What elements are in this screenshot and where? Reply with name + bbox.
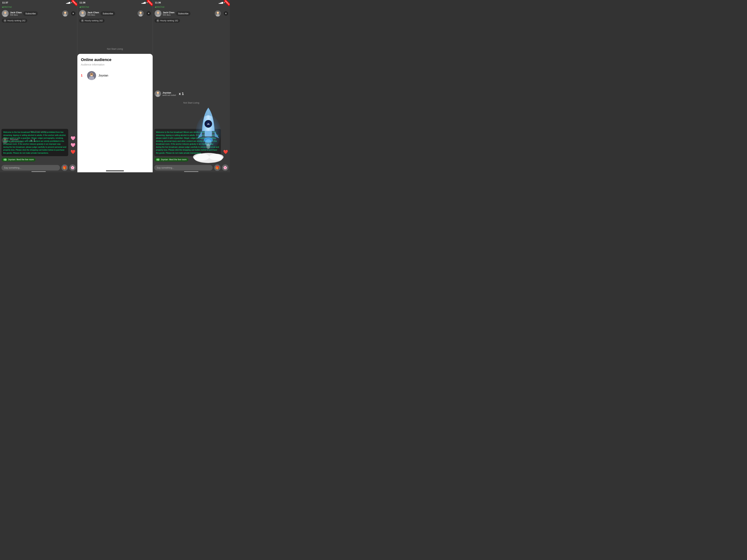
svg-point-40 bbox=[206, 143, 210, 149]
svg-point-5 bbox=[64, 12, 66, 14]
gift-username-right: Joyxian bbox=[162, 91, 176, 94]
online-audience-modal: Online audience Audience information 1 J… bbox=[77, 54, 153, 172]
time-right: 11:36 bbox=[155, 1, 161, 4]
ranking-bar-right: ● Hourly ranking 162 bbox=[153, 18, 230, 23]
signal-icon-right: ▂▄▆ bbox=[219, 1, 223, 4]
not-start-label-middle: Not Start Living bbox=[107, 48, 123, 50]
host-avatar-middle bbox=[79, 10, 86, 17]
wechat-label-middle: WeChat bbox=[81, 6, 89, 8]
liked-msg-right: +1 Joyxian: liked the live room bbox=[154, 158, 188, 162]
gift-action-right: send out rocket bbox=[162, 94, 176, 96]
heart2-left: 🩷 bbox=[71, 143, 75, 148]
svg-text:iA: iA bbox=[207, 123, 210, 126]
wechat-back-middle[interactable]: ◀ WeChat bbox=[79, 6, 89, 8]
ranking-icon-middle: ● bbox=[81, 19, 84, 22]
ranking-label-middle: Hourly ranking 162 bbox=[85, 19, 103, 22]
modal-home-indicator bbox=[106, 170, 124, 171]
liked-badge-right: +1 bbox=[156, 159, 160, 161]
host-avatar-right bbox=[155, 10, 161, 17]
svg-point-25 bbox=[217, 12, 219, 14]
svg-point-31 bbox=[193, 154, 209, 161]
bottom-bar-right: Say something... 🎁 🌸 bbox=[154, 164, 229, 171]
gift-btn-right[interactable]: 🎁 bbox=[214, 164, 221, 171]
hearts-left: 🩷 🩷 ❤️ bbox=[71, 136, 75, 154]
back-icon-left: ◀ bbox=[2, 6, 3, 8]
time-middle: 11:36 bbox=[80, 1, 85, 4]
ranking-pill-right[interactable]: ● Hourly ranking 162 bbox=[155, 19, 180, 23]
liked-text-right: Joyxian: liked the live room bbox=[161, 158, 186, 161]
close-btn-right[interactable]: ✕ bbox=[224, 11, 228, 16]
modal-title: Online audience bbox=[81, 57, 149, 62]
host-name-right: Jack Chen bbox=[163, 11, 175, 14]
close-btn-left[interactable]: ✕ bbox=[71, 11, 75, 16]
back-icon-right: ◀ bbox=[155, 6, 156, 8]
audience-avatar-1 bbox=[87, 71, 96, 80]
heart1-left: 🩷 bbox=[71, 136, 75, 141]
ranking-bar-middle: ● Hourly ranking 162 bbox=[77, 18, 153, 23]
liked-msg-left: +1 Joyxian: liked the live room bbox=[1, 158, 35, 162]
wechat-nav-middle: ◀ WeChat bbox=[77, 5, 153, 9]
ranking-pill-left[interactable]: ● Hourly ranking 162 bbox=[2, 19, 27, 23]
gift-user-avatar-right bbox=[155, 90, 161, 97]
ranking-bar-left: ● Hourly ranking 162 bbox=[0, 18, 77, 23]
viewer-avatar-left bbox=[62, 10, 68, 17]
right-screen: DEBUG 11:36 ▂▄▆ ▾ 🔋 ◀ WeChat Jack Chen 5 bbox=[153, 0, 230, 172]
middle-dark-top: 11:36 ▂▄▆ ▾ 🔋 ◀ WeChat bbox=[77, 0, 153, 54]
wechat-nav-right: ◀ WeChat bbox=[153, 5, 230, 9]
svg-point-32 bbox=[209, 154, 224, 160]
host-likes-right: 555 likes bbox=[163, 14, 175, 16]
gift-btn-left[interactable]: 🎁 bbox=[61, 164, 68, 171]
status-bar-right: 11:36 ▂▄▆ ▾ 🔋 bbox=[153, 0, 230, 5]
ranking-label-left: Hourly ranking 162 bbox=[7, 19, 26, 22]
modal-subtitle: Audience information bbox=[81, 63, 149, 66]
say-something-left[interactable]: Say something... bbox=[1, 165, 60, 170]
signal-icon-left: ▂▄▆ bbox=[66, 1, 70, 4]
gift-count-right: x 1 bbox=[179, 92, 184, 96]
host-name-left: Jack Chen bbox=[10, 11, 22, 14]
viewer-avatar-middle bbox=[137, 10, 144, 17]
status-bar-left: 11:37 ▂▄▆ ▾ 🔋 bbox=[0, 0, 77, 5]
chat-rules-left: Welcome to the live broadcast! Minors ar… bbox=[1, 129, 68, 156]
bubble-btn-right[interactable]: 🌸 bbox=[222, 164, 228, 171]
chat-area-left: Welcome to the live broadcast! Minors ar… bbox=[1, 129, 68, 162]
audience-row-1[interactable]: 1 Joyxian bbox=[81, 70, 149, 81]
wechat-back-right[interactable]: ◀ WeChat bbox=[155, 6, 164, 8]
home-indicator-left bbox=[31, 171, 46, 172]
wechat-nav-left: ◀ WeChat bbox=[0, 5, 77, 9]
audience-name-1: Joyxian bbox=[99, 74, 108, 77]
middle-screen: DEBUG 11:36 ▂▄▆ ▾ 🔋 ◀ WeChat bbox=[77, 0, 153, 172]
gift-info-right: Joyxian send out rocket bbox=[162, 91, 176, 96]
status-bar-middle: 11:36 ▂▄▆ ▾ 🔋 bbox=[77, 0, 153, 5]
host-info-middle: Jack Chen 555 likes bbox=[87, 11, 99, 16]
subscribe-btn-right[interactable]: Subscribe bbox=[176, 11, 191, 16]
host-likes-middle: 555 likes bbox=[87, 14, 99, 16]
host-likes-left: 556 likes bbox=[10, 14, 22, 16]
host-name-middle: Jack Chen bbox=[87, 11, 99, 14]
viewer-avatar-right bbox=[215, 10, 221, 17]
say-something-right[interactable]: Say something... bbox=[154, 165, 213, 170]
ranking-pill-middle[interactable]: ● Hourly ranking 162 bbox=[79, 19, 105, 23]
liked-text-left: Joyxian: liked the live room bbox=[8, 158, 34, 161]
bubble-btn-left[interactable]: 🌸 bbox=[69, 164, 76, 171]
gift-animation-right: Joyxian send out rocket x 1 bbox=[155, 90, 184, 97]
ranking-icon-right: ● bbox=[156, 19, 159, 22]
liked-badge-left: +1 bbox=[3, 159, 7, 161]
svg-point-15 bbox=[139, 12, 142, 14]
bottom-bar-left: Say something... 🎁 🌸 bbox=[1, 164, 76, 171]
rocket-svg: iA bbox=[190, 101, 226, 163]
wechat-back-left[interactable]: ◀ WeChat bbox=[2, 6, 12, 8]
wechat-label-left: WeChat bbox=[4, 6, 12, 8]
host-avatar-left bbox=[2, 10, 9, 17]
rocket-animation: iA bbox=[190, 101, 226, 154]
back-icon-middle: ◀ bbox=[79, 6, 81, 8]
signal-icon-middle: ▂▄▆ bbox=[141, 1, 146, 4]
svg-point-29 bbox=[156, 94, 160, 97]
host-bar-right: Jack Chen 555 likes Subscribe ✕ bbox=[153, 9, 230, 18]
time-left: 11:37 bbox=[2, 1, 8, 4]
close-btn-middle[interactable]: ✕ bbox=[147, 11, 151, 16]
subscribe-btn-left[interactable]: Subscribe bbox=[23, 11, 38, 16]
svg-point-28 bbox=[157, 92, 159, 94]
left-screen: DEBUG 11:37 ▂▄▆ ▾ 🔋 ◀ WeChat Jack Chen bbox=[0, 0, 77, 172]
subscribe-btn-middle[interactable]: Subscribe bbox=[101, 11, 115, 16]
ranking-label-right: Hourly ranking 162 bbox=[160, 19, 178, 22]
